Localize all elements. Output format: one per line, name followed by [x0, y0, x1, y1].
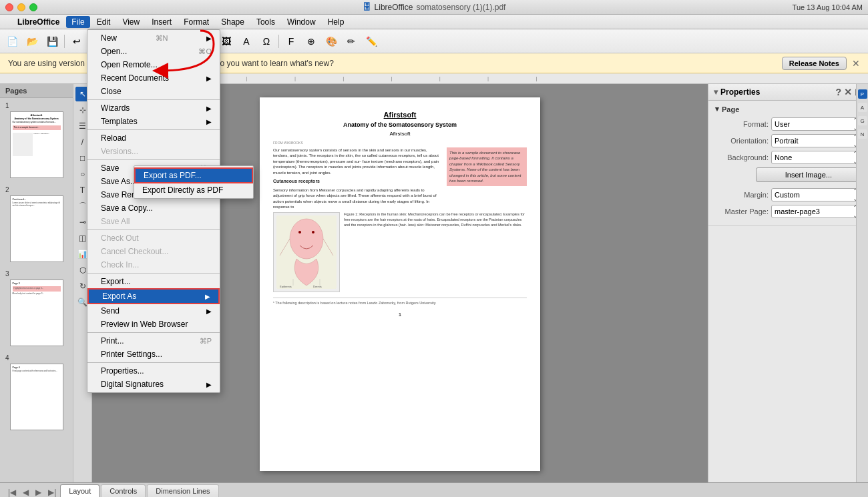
release-notes-button[interactable]: Release Notes — [782, 57, 847, 70]
menu-file[interactable]: File — [66, 16, 89, 28]
page-thumb-2[interactable]: 2 Continued... Lorem ipsum dolor sit ame… — [0, 182, 73, 266]
export-as-pdf[interactable]: Export as PDF... — [134, 167, 253, 183]
app-menu-libreoffice[interactable]: LibreOffice — [12, 16, 65, 28]
tab-nav-first[interactable]: |◀ — [5, 488, 19, 497]
notification-close-icon[interactable]: ✕ — [852, 58, 860, 69]
background-value-control[interactable]: None ⌃⌄ — [771, 151, 861, 164]
pages-sidebar-title: Pages — [0, 84, 73, 98]
master-page-value: master-page3 — [775, 207, 853, 215]
menu-properties-label: Properties... — [101, 366, 144, 376]
menu-digital-sig-arrow: ▶ — [206, 381, 212, 388]
menu-wizards[interactable]: Wizards ▶ — [87, 101, 220, 115]
minimize-button[interactable] — [17, 3, 25, 11]
menu-check-out-label: Check Out — [101, 233, 139, 243]
margin-value-control[interactable]: Custom ⌃⌄ — [771, 188, 861, 201]
nav-btn[interactable]: ⊕ — [302, 33, 320, 50]
page-preview-3: Page 3 Highlighted text section on page … — [10, 280, 63, 346]
file-menu-dropdown: New ⌘N ▶ Open... ⌘O Open Remote... Recen… — [87, 29, 220, 393]
orientation-row: Orientation: Portrait ⌃⌄ — [715, 134, 861, 147]
menu-properties[interactable]: Properties... — [87, 364, 220, 378]
menu-new-shortcut: ⌘N — [156, 34, 168, 43]
menu-export-as-label: Export As — [102, 292, 136, 301]
menu-preview-web[interactable]: Preview in Web Browser — [87, 318, 220, 331]
prop-tab-gallery[interactable]: G — [858, 116, 867, 125]
menu-shape[interactable]: Shape — [216, 16, 250, 28]
menu-wizards-label: Wizards — [101, 103, 130, 113]
menu-open-remote[interactable]: Open Remote... — [87, 58, 220, 71]
tab-dimension-lines[interactable]: Dimension Lines — [147, 484, 218, 497]
page-thumb-1[interactable]: 1 Afirstsoft Anatomy of the Somatosensor… — [0, 98, 73, 182]
new-btn[interactable]: 📄 — [3, 33, 21, 50]
menu-open[interactable]: Open... ⌘O — [87, 45, 220, 58]
menu-save-copy[interactable]: Save a Copy... — [87, 201, 220, 215]
menu-format[interactable]: Format — [178, 16, 214, 28]
margin-value: Custom — [775, 191, 853, 199]
prop-tab-styles[interactable]: P — [858, 89, 867, 99]
insert-image-button[interactable]: Insert Image... — [756, 167, 861, 182]
prop-help-icon[interactable]: ? — [835, 87, 841, 97]
format-value-control[interactable]: User ⌃⌄ — [771, 117, 861, 131]
doc-subheading: Afirstsoft — [273, 131, 527, 137]
background-label: Background: — [715, 153, 769, 161]
tab-layout[interactable]: Layout — [60, 484, 99, 497]
close-button[interactable] — [5, 3, 13, 11]
menu-digital-sig[interactable]: Digital Signatures ▶ — [87, 378, 220, 391]
properties-expand-icon[interactable]: ▾ — [714, 87, 718, 97]
menu-printer-settings[interactable]: Printer Settings... — [87, 348, 220, 361]
menu-recent-docs[interactable]: Recent Documents ▶ — [87, 71, 220, 85]
orientation-value-control[interactable]: Portrait ⌃⌄ — [771, 134, 861, 147]
bottom-tabs: |◀ ◀ ▶ ▶| Layout Controls Dimension Line… — [0, 482, 868, 497]
page-preview-1: Afirstsoft Anatomy of the Somatosensory … — [10, 111, 63, 178]
menu-window[interactable]: Window — [282, 16, 321, 28]
menu-templates[interactable]: Templates ▶ — [87, 115, 220, 128]
maximize-button[interactable] — [29, 3, 37, 11]
menu-send[interactable]: Send ▶ — [87, 304, 220, 318]
undo-btn[interactable]: ↩ — [67, 33, 86, 50]
menu-new[interactable]: New ⌘N ▶ — [87, 31, 220, 45]
menu-reload[interactable]: Reload — [87, 131, 220, 145]
format-value: User — [775, 120, 853, 128]
menu-export-label: Export... — [101, 277, 131, 286]
menu-versions: Versions... — [87, 145, 220, 158]
open-btn[interactable]: 📂 — [23, 33, 41, 50]
menu-export[interactable]: Export... — [87, 275, 220, 288]
menu-insert[interactable]: Insert — [146, 16, 177, 28]
highlight-btn[interactable]: ✏️ — [362, 33, 381, 50]
color-btn[interactable]: 🎨 — [322, 33, 341, 50]
window-title: 🗄 LibreOffice somatosensory (1)(1).pdf — [363, 2, 506, 12]
menu-save-as-label: Save As... — [101, 177, 137, 186]
menu-save-copy-label: Save a Copy... — [101, 203, 153, 213]
menu-close[interactable]: Close — [87, 85, 220, 98]
doc-cutaneous-text: Sensory information from Meissner corpus… — [273, 187, 441, 210]
fm-sep-4 — [87, 229, 220, 230]
font-btn[interactable]: F — [282, 33, 300, 50]
draw-btn[interactable]: ✏ — [342, 33, 361, 50]
menu-recent-docs-label: Recent Documents — [101, 73, 169, 83]
menu-print[interactable]: Print... ⌘P — [87, 334, 220, 348]
menu-send-label: Send — [101, 306, 120, 316]
menu-tools[interactable]: Tools — [251, 16, 280, 28]
page-thumb-3[interactable]: 3 Page 3 Highlighted text section on pag… — [0, 266, 73, 350]
master-page-value-control[interactable]: master-page3 ⌃⌄ — [771, 205, 861, 218]
menu-export-as[interactable]: Export As ▶ — [87, 288, 220, 304]
prop-tab-nav[interactable]: N — [858, 129, 867, 139]
special-char-btn[interactable]: Ω — [257, 33, 276, 50]
tab-nav-next[interactable]: ▶ — [33, 488, 44, 497]
page-thumb-4[interactable]: 4 Page 4 Final page content with referen… — [0, 350, 73, 434]
save-btn[interactable]: 💾 — [43, 33, 61, 50]
tab-controls[interactable]: Controls — [101, 484, 146, 497]
page-label-1: 1 — [5, 102, 67, 109]
prop-close-icon[interactable]: ✕ — [844, 87, 852, 97]
tab-nav-prev[interactable]: ◀ — [20, 488, 31, 497]
export-directly-as-pdf[interactable]: Export Directly as PDF — [134, 183, 253, 197]
menu-help[interactable]: Help — [322, 16, 350, 28]
prop-tab-styles2[interactable]: A — [858, 103, 867, 112]
menu-edit[interactable]: Edit — [91, 16, 116, 28]
background-value: None — [775, 153, 853, 161]
tab-nav-last[interactable]: ▶| — [45, 488, 59, 497]
page-label-4: 4 — [5, 354, 67, 362]
menu-view[interactable]: View — [117, 16, 145, 28]
app-name: LibreOffice — [375, 3, 413, 12]
anatomy-figure: Epidermis Dermis — [276, 215, 337, 289]
text-btn[interactable]: A — [237, 33, 256, 50]
